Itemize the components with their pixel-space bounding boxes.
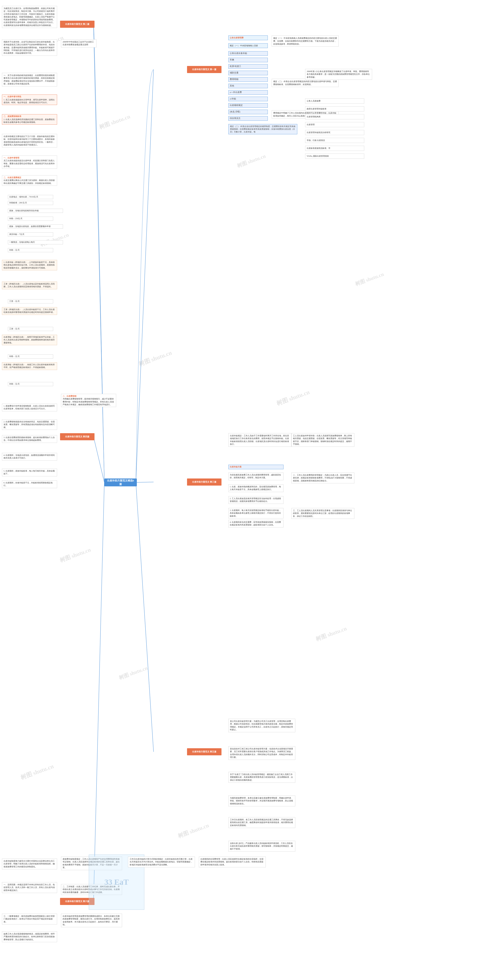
- sec1-far-right-4-content: 出差管理机构类: [307, 116, 321, 118]
- sec1-item5: 费用明细: [228, 77, 268, 82]
- sec3-right-text-3-content: 三、工人员出差期间人员关系管理注意事项：出差期间应保持与单位的联系，遇有重要情况…: [293, 509, 352, 517]
- sec5-text-4: 为规范差旅费管理，各单位应建立健全差旅费管理制度，明确出差申请、审批、报销等各环…: [228, 795, 295, 806]
- sec4-sub-item-2-text: 补助标准：200/元/天: [9, 202, 27, 204]
- sec3-sub-1-title: 出差补贴方案: [230, 466, 282, 468]
- root-label: 出差补助方案范文精选6篇: [106, 479, 135, 486]
- sec1-item4-text: 城际交通: [230, 72, 238, 74]
- sec1-item2-text: 车辆: [230, 59, 234, 61]
- sec1-far-right-2: 公务人员差旅费: [305, 99, 364, 103]
- sec1-item3: 机票/轮渡工: [228, 64, 268, 69]
- section-4-label: 出差补助方案范文 第四篇: [65, 435, 89, 438]
- sec4-sub-item-7: 一般情况，当地出差每人每天: [8, 240, 63, 244]
- sec1-far-right-9: %%No, 国际出差管理准则: [305, 154, 364, 159]
- mindmap-container: 树图 shutu.cn 树图 shutu.cn 树图 shutu.cn 树图 s…: [0, 0, 504, 980]
- sec3-right-text-1: 工人员出差如何申请补助：出差人员须填写差旅费报销单，附上所有相关票据，包括交通票…: [291, 433, 355, 447]
- sec1-item11-text: 综合情况主: [230, 117, 240, 119]
- sec1-far-right-9-content: %%No, 国际出差管理准则: [307, 155, 329, 157]
- sec6-far-right-1-content: 工作日出差补贴的计算方式和标准规定：出差补贴按自然天数计算，出差当天和返回当天均…: [130, 858, 192, 866]
- sec1-item1-text: 公务出差伙食补贴: [230, 52, 247, 54]
- section-5-label: 出差补助方案范文 第五篇: [192, 750, 216, 753]
- svg-line-3: [94, 24, 104, 482]
- section-4-header: 出差补助方案范文 第四篇: [60, 433, 94, 440]
- sec6-far-right-2: 出差期间的住宿费管理：出差人员应选择符合规定标准的住宿场所，住宿费在规定标准内凭…: [199, 856, 266, 867]
- sec6-text-3: 三、一般事项规定，相关差旅费补贴按照国家及上级主管部门规定标准执行，各单位不得自…: [2, 914, 57, 924]
- sec4-item-2-title: 二、出差交通费规定: [3, 176, 56, 179]
- sec5-text-4-content: 为规范差旅费管理，各单位应建立健全差旅费管理制度，明确出差申请、审批、报销等各环…: [230, 797, 293, 805]
- sec4-numbered-2-text: 2. 出差费报销须提供合法有效的凭证，包括交通票据、住宿发票、餐饮票据等，所有票…: [3, 421, 55, 428]
- sec1-far-right-1-content: 2006年某1·22公务出差管理规定详细阐述了出差申请、审批、费用报销等各方面的…: [307, 70, 370, 78]
- sec1-far-right-5: 出差管理: [305, 122, 364, 127]
- sec4-text-note-3: 工资（跨地区出差），人员出差补贴若干元，工作人员出差结束后须及时整理相关票据并在…: [2, 307, 57, 315]
- watermark-10: 树图 shutu.cn: [275, 388, 311, 407]
- sec2-sub-2: 二、差旅费报销标准 2. 出差人员应选择经济实惠的交通工具和住宿，差旅费按实际发…: [2, 114, 57, 125]
- sec4-sub-item-11-text: 补助：元/天: [9, 355, 20, 357]
- sec4-text-note-3-content: 工资（跨地区出差），人员出差补贴若干元，工作人员出差结束后须及时整理相关票据并在…: [3, 309, 55, 313]
- sec4-sub-item-7-text: 一般情况，当地出差每人每天: [9, 241, 35, 243]
- sec4-text-1-content: 出差补助规定主要包括以下几个方面：差旅补贴包括交通补贴、住宿补贴和伙食补贴等三个…: [3, 135, 55, 146]
- sec6-text-1: 出差补贴制度第六篇范文主要针对国有企业及事业单位员工出差管理，明确了各类出差人员…: [2, 859, 57, 869]
- sec4-sub-item-12: 补助：元/天: [8, 382, 53, 386]
- sec1-item9-text: 出差规程规定: [230, 104, 243, 106]
- sec4-sub-item-2: 补助标准：200/元/天: [8, 201, 53, 205]
- sec1-far-right-1: 2006年某1·22公务出差管理规定详细阐述了出差申请、审批、费用报销等各方面的…: [305, 69, 372, 80]
- sec4-text-note-4: 出差津贴（跨地区出差），按照不同地区标准予以补贴，工作人员须凭出差证明材料报销，…: [2, 335, 57, 345]
- sec4-numbered-3: 3. 出差住宿费按照职级标准报销，超出标准的费用由个人自负，不得以任何理由要求单…: [2, 435, 57, 443]
- section-1-header: 出差补助方案范文 第一篇: [187, 66, 221, 73]
- watermark-8: 树图 shutu.cn: [177, 822, 210, 840]
- sec4-sub-item-9: 工资：元/天: [8, 299, 53, 304]
- sec4-sub-item-8: 补助：元/天: [8, 248, 53, 252]
- sec1-far-right-7-content: 市场，行政 出差情况: [307, 139, 325, 142]
- watermark-5: 树图 shutu.cn: [59, 546, 92, 564]
- eat-text: 33 EaT: [104, 877, 129, 888]
- sec3-detail-3: 2. 工人员出差如违反相关管理规定应当如何处理：出现虚报冒领情况，须退回多报费用…: [228, 496, 283, 504]
- sec1-far-right-8-content: 出差标准差旅情况标准、市: [307, 147, 330, 149]
- sec1-item7: a++外出差费: [228, 90, 268, 95]
- sec1-sub-detail: 规定（二）·外资企业出差管理规定的规章制度：交通费应按有关规定凭有效票据报销；住…: [228, 124, 297, 134]
- sec1-sub-detail-text: 规定（二）·外资企业出差管理规定的规章制度：交通费应按有关规定凭有效票据报销；住…: [230, 125, 296, 133]
- sec1-far-right-2-content: 公务人员差旅费: [307, 100, 321, 102]
- sec5-text-6-content: 业务出差 [多天]；产品服务出差人员补贴标准及申请流程，工作人员应在出差任务完成…: [230, 842, 293, 850]
- sec2-text-3-content: 一、关于出差补助的相关政策规定，出差费用实报实销制度要求员工在出差过程中须保存好…: [3, 75, 55, 85]
- sec5-text-6: 业务出差 [多天]；产品服务出差人员补贴标准及申请流程，工作人员应在出差任务完成…: [228, 841, 295, 852]
- section-3-label: 出差补助方案范文 第三篇: [192, 480, 216, 484]
- sec1-long-text-2: 规定（二）·外资企业出差管理规定的内容主要包括出差申请与审批、交通费报销标准、住…: [272, 79, 339, 87]
- sec1-far-right-7: 市场，行政 出差情况: [305, 138, 364, 143]
- sec1-title-text: 公务出差管理费: [230, 37, 266, 39]
- sec3-detail-1-text: 为切实规范差旅费工作人员出差期间费用管理，减轻基层负担，按照相关规定，经研究，制…: [230, 474, 281, 479]
- sec3-detail-4: 3. 出差期间，每人每天应按照规定标准给予相应出差补贴，具体金额由各单位参照上级…: [228, 508, 283, 519]
- sec4-text-note-2: 工资（跨地区出差），人员出差地点及补贴标准适用人员范围，工作人员出差期间应妥善保…: [2, 282, 57, 289]
- sec3-right-text-3: 三、工人员出差期间人员关系管理注意事项：出差期间应保持与单位的联系，遇有重要情况…: [291, 508, 355, 519]
- section-2-label: 出差补助方案范文 第二篇: [65, 23, 89, 25]
- sec4-sub-item-4: 补助：250元/天: [8, 216, 53, 221]
- sec3-text-1: 出差补贴规定：工作人员由于工作需要临时离开工作所在地，前往其他地区执行工作任务所…: [228, 433, 291, 447]
- sec4-numbered-3-text: 3. 出差住宿费按照职级标准报销，超出标准的费用由个人自负，不得以任何理由要求单…: [3, 436, 55, 441]
- sec4-numbered-1: 1. 差旅费实行先申请后报销制度，出差人员在出发前须填写出差审批单，经相关部门负…: [2, 404, 57, 411]
- sec4-sub-item-1: 出差地点：省内出差，7/8/10元/天: [8, 195, 53, 199]
- sec4-sub-item-3: 差旅，当地出差包括相关综合补贴: [8, 209, 63, 213]
- sec4-sub-item-8-text: 补助：元/天: [9, 249, 20, 251]
- sec4-sub-item-11: 补助：元/天: [8, 355, 53, 359]
- sec1-far-right-5-content: 出差管理: [307, 124, 315, 126]
- sec4-numbered-6-text: 6. 出差期间，伙食补贴若干元，补贴标准按照财政规定执行。: [3, 482, 53, 487]
- sec3-detail-5: 4. 出差期间发生的交通费，应凭有效票据据实报销，住宿费在规定标准内凭发票报销，…: [228, 520, 283, 528]
- sec1-item10-text: [休息,空暇]: [230, 111, 240, 113]
- sec4-item-1-title: 一、出差申请管理: [3, 156, 56, 159]
- section-3-header: 出差补助方案范文 第三篇: [187, 479, 221, 485]
- sec1-far-right-6-content: 出差管理补贴情况分析研究: [307, 132, 330, 134]
- sec5-text-3-content: 关于"出差工"工程出差人员补贴管理规定：建筑施工企业工程人员因工作需要频繁出差，…: [230, 773, 293, 781]
- sec1-item7-text: a++外出差费: [230, 91, 242, 93]
- sec4-text-note-content: 1. 出差补贴（跨地区出差），人均差旅补贴若干元，具体按照出差地点和时间长短计算…: [3, 261, 55, 269]
- sec4-numbered-6: 6. 出差期间，伙食补贴若干元，补贴标准按照财政规定执行。: [2, 480, 57, 488]
- sec4-sub-item-12-text: 补助：元/天: [9, 383, 20, 385]
- sec4-text-note-2-content: 工资（跨地区出差），人员出差地点及补贴标准适用人员范围，工作人员出差期间应妥善保…: [3, 283, 55, 288]
- sec1-far-right-3: 政府出差管理补贴标准: [305, 106, 364, 111]
- section-2-header: 出差补助方案范文 第二篇: [60, 21, 94, 28]
- svg-line-0: [136, 70, 154, 482]
- svg-line-4: [94, 437, 104, 482]
- sec6-text-1-content: 出差补贴制度第六篇范文主要针对国有企业及事业单位员工出差管理，明确了各类出差人员…: [3, 860, 55, 868]
- sec2-text-1: 为规范员工出差行为，合理控制差旅费用，依据公司有关规定，结合实际情况，制定本方案…: [2, 6, 57, 28]
- sec1-subtitle1-text: 规定（一）·中央驻地海南人员差: [230, 44, 266, 47]
- sec5-text-1: 某公司出差补贴管理方案：为规范公司员工出差管理，合理控制出差费用，根据公司实际情…: [228, 719, 295, 732]
- watermark-7: 树图 shutu.cn: [19, 762, 55, 782]
- sec6-text-3-content: 三、一般事项规定，相关差旅费补贴按照国家及上级主管部门规定标准执行，各单位不得自…: [3, 915, 55, 923]
